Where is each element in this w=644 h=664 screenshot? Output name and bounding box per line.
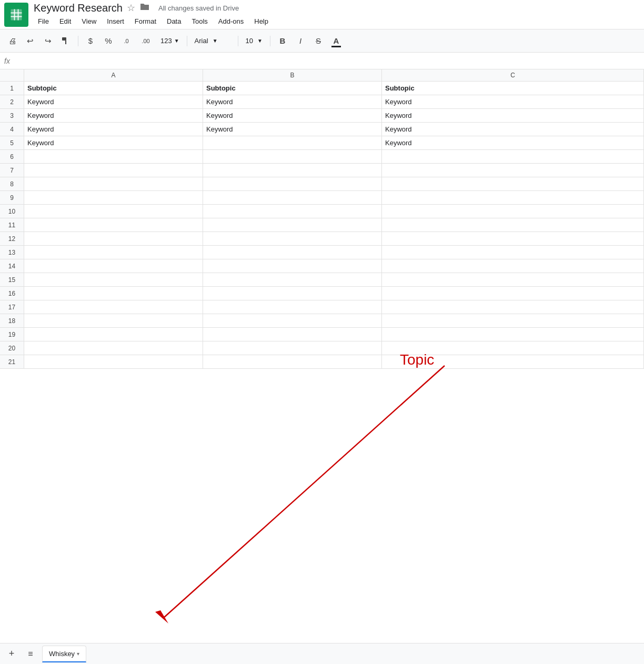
row-number[interactable]: 17 bbox=[0, 300, 24, 314]
cell-19-a[interactable] bbox=[24, 328, 203, 341]
cell-14-a[interactable] bbox=[24, 259, 203, 273]
row-number[interactable]: 15 bbox=[0, 273, 24, 286]
redo-button[interactable]: ↪ bbox=[40, 33, 56, 49]
cell-13-c[interactable] bbox=[382, 246, 644, 259]
cell-20-a[interactable] bbox=[24, 341, 203, 355]
cell-15-b[interactable] bbox=[203, 273, 382, 286]
menu-format[interactable]: Format bbox=[130, 15, 160, 27]
menu-help[interactable]: Help bbox=[250, 15, 273, 27]
cell-4-c[interactable]: Keyword bbox=[382, 123, 644, 136]
col-header-c[interactable]: C bbox=[382, 69, 644, 81]
cell-3-c[interactable]: Keyword bbox=[382, 109, 644, 122]
cell-18-b[interactable] bbox=[203, 314, 382, 327]
row-number[interactable]: 18 bbox=[0, 314, 24, 327]
cell-21-a[interactable] bbox=[24, 355, 203, 368]
row-number[interactable]: 7 bbox=[0, 164, 24, 177]
cell-3-b[interactable]: Keyword bbox=[203, 109, 382, 122]
paint-format-button[interactable] bbox=[58, 33, 74, 49]
cell-9-b[interactable] bbox=[203, 191, 382, 204]
row-number[interactable]: 8 bbox=[0, 177, 24, 190]
sheet-list-button[interactable]: ≡ bbox=[23, 647, 38, 661]
cell-15-c[interactable] bbox=[382, 273, 644, 286]
row-number[interactable]: 9 bbox=[0, 191, 24, 204]
cell-6-a[interactable] bbox=[24, 150, 203, 163]
col-header-a[interactable]: A bbox=[24, 69, 203, 81]
cell-15-a[interactable] bbox=[24, 273, 203, 286]
cell-12-b[interactable] bbox=[203, 232, 382, 245]
cell-6-c[interactable] bbox=[382, 150, 644, 163]
add-sheet-button[interactable]: + bbox=[4, 647, 19, 661]
col-header-b[interactable]: B bbox=[203, 69, 382, 81]
cell-16-c[interactable] bbox=[382, 287, 644, 300]
font-size-select[interactable]: 10 ▼ bbox=[243, 36, 266, 46]
sheet-tab-whiskey[interactable]: Whiskey ▾ bbox=[42, 646, 86, 662]
font-color-button[interactable]: A bbox=[328, 33, 344, 49]
cell-6-b[interactable] bbox=[203, 150, 382, 163]
row-number[interactable]: 21 bbox=[0, 355, 24, 368]
cell-11-b[interactable] bbox=[203, 218, 382, 232]
cell-7-c[interactable] bbox=[382, 164, 644, 177]
cell-2-a[interactable]: Keyword bbox=[24, 95, 203, 108]
row-number[interactable]: 11 bbox=[0, 218, 24, 232]
cell-7-b[interactable] bbox=[203, 164, 382, 177]
cell-21-c[interactable] bbox=[382, 355, 644, 368]
cell-4-a[interactable]: Keyword bbox=[24, 123, 203, 136]
cell-21-b[interactable] bbox=[203, 355, 382, 368]
row-number[interactable]: 1 bbox=[0, 82, 24, 95]
cell-5-c[interactable]: Keyword bbox=[382, 136, 644, 149]
cell-10-c[interactable] bbox=[382, 205, 644, 218]
cell-7-a[interactable] bbox=[24, 164, 203, 177]
cell-8-a[interactable] bbox=[24, 177, 203, 190]
cell-8-b[interactable] bbox=[203, 177, 382, 190]
cell-13-b[interactable] bbox=[203, 246, 382, 259]
undo-button[interactable]: ↩ bbox=[22, 33, 38, 49]
cell-17-a[interactable] bbox=[24, 300, 203, 314]
cell-14-c[interactable] bbox=[382, 259, 644, 273]
menu-edit[interactable]: Edit bbox=[55, 15, 75, 27]
font-family-select[interactable]: Arial ▼ bbox=[192, 36, 234, 46]
menu-view[interactable]: View bbox=[77, 15, 100, 27]
menu-file[interactable]: File bbox=[34, 15, 53, 27]
doc-title[interactable]: Keyword Research bbox=[34, 2, 123, 14]
cell-16-b[interactable] bbox=[203, 287, 382, 300]
cell-9-c[interactable] bbox=[382, 191, 644, 204]
cell-4-b[interactable]: Keyword bbox=[203, 123, 382, 136]
cell-17-b[interactable] bbox=[203, 300, 382, 314]
folder-icon[interactable] bbox=[139, 3, 150, 14]
cell-10-b[interactable] bbox=[203, 205, 382, 218]
cell-1-a[interactable]: Subtopic bbox=[24, 82, 203, 95]
cell-16-a[interactable] bbox=[24, 287, 203, 300]
cell-17-c[interactable] bbox=[382, 300, 644, 314]
cell-19-c[interactable] bbox=[382, 328, 644, 341]
row-number[interactable]: 14 bbox=[0, 259, 24, 273]
cell-14-b[interactable] bbox=[203, 259, 382, 273]
cell-19-b[interactable] bbox=[203, 328, 382, 341]
cell-20-b[interactable] bbox=[203, 341, 382, 355]
cell-18-c[interactable] bbox=[382, 314, 644, 327]
row-number[interactable]: 10 bbox=[0, 205, 24, 218]
row-number[interactable]: 20 bbox=[0, 341, 24, 355]
cell-2-b[interactable]: Keyword bbox=[203, 95, 382, 108]
cell-20-c[interactable] bbox=[382, 341, 644, 355]
row-number[interactable]: 16 bbox=[0, 287, 24, 300]
menu-addons[interactable]: Add-ons bbox=[214, 15, 248, 27]
formula-input[interactable] bbox=[14, 57, 640, 65]
row-number[interactable]: 2 bbox=[0, 95, 24, 108]
cell-18-a[interactable] bbox=[24, 314, 203, 327]
row-number[interactable]: 4 bbox=[0, 123, 24, 136]
bold-button[interactable]: B bbox=[275, 33, 290, 49]
sheet-tab-dropdown-arrow[interactable]: ▾ bbox=[77, 651, 79, 657]
row-number[interactable]: 3 bbox=[0, 109, 24, 122]
print-button[interactable]: 🖨 bbox=[4, 33, 20, 49]
cell-9-a[interactable] bbox=[24, 191, 203, 204]
star-icon[interactable]: ☆ bbox=[127, 2, 135, 14]
cell-11-c[interactable] bbox=[382, 218, 644, 232]
row-number[interactable]: 12 bbox=[0, 232, 24, 245]
cell-5-b[interactable] bbox=[203, 136, 382, 149]
row-number[interactable]: 19 bbox=[0, 328, 24, 341]
strikethrough-button[interactable]: S bbox=[310, 33, 326, 49]
menu-insert[interactable]: Insert bbox=[103, 15, 128, 27]
format-number-select[interactable]: 123 ▼ bbox=[157, 36, 183, 46]
currency-button[interactable]: $ bbox=[83, 33, 98, 49]
decimal-less-button[interactable]: .0 bbox=[118, 33, 134, 49]
